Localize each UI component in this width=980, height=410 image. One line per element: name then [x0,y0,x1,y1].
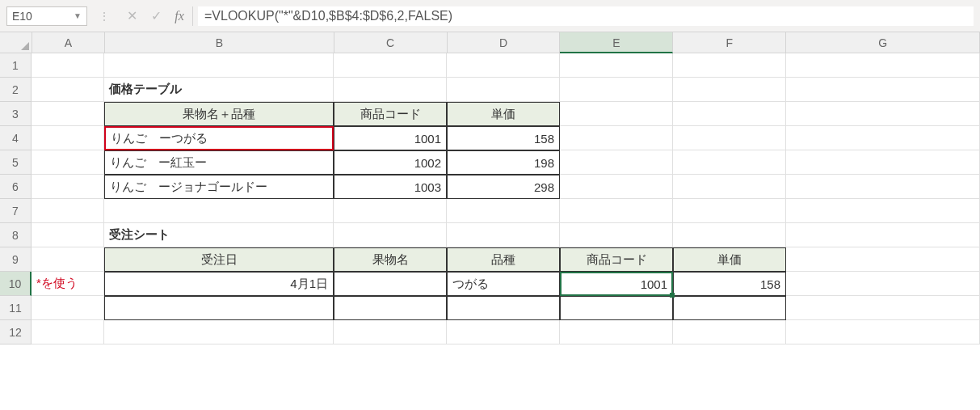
cell-F2[interactable] [673,78,786,102]
cell-B8[interactable]: 受注シート [104,223,334,247]
cells-area[interactable]: 価格テーブル 果物名＋品種 商品コード 単価 りんご ーつがる [32,53,980,344]
cell-G8[interactable] [786,223,980,247]
cell-B1[interactable] [104,53,334,78]
cell-E5[interactable] [560,150,673,175]
cell-B6[interactable]: りんご ージョナゴールドー [104,175,334,199]
name-box-dropdown-icon[interactable]: ▼ [74,11,82,20]
cell-B4[interactable]: りんご ーつがる [104,126,334,150]
row-header-8[interactable]: 8 [0,223,32,247]
cell-A8[interactable] [32,223,104,247]
col-header-B[interactable]: B [105,32,334,53]
cell-E11[interactable] [560,296,673,320]
cell-A12[interactable] [32,320,104,344]
cell-D10[interactable]: つがる [447,272,560,296]
row-header-5[interactable]: 5 [0,150,32,175]
col-header-E[interactable]: E [560,32,673,53]
expand-button[interactable]: ⋮ [87,10,120,23]
name-box[interactable]: E10 ▼ [6,6,87,26]
cell-D11[interactable] [447,296,560,320]
cell-G2[interactable] [786,78,980,102]
cell-C7[interactable] [334,199,447,223]
cell-A2[interactable] [32,78,104,102]
row-header-4[interactable]: 4 [0,126,32,150]
cell-C12[interactable] [334,320,447,344]
formula-input[interactable] [198,6,974,26]
cell-C4[interactable]: 1001 [334,126,447,150]
cell-G3[interactable] [786,102,980,126]
cell-F3[interactable] [673,102,786,126]
cell-B7[interactable] [104,199,334,223]
cell-F4[interactable] [673,126,786,150]
row-header-9[interactable]: 9 [0,247,32,272]
cell-E3[interactable] [560,102,673,126]
cell-E6[interactable] [560,175,673,199]
cell-E1[interactable] [560,53,673,78]
cell-D6[interactable]: 298 [447,175,560,199]
cell-A10[interactable]: *を使う [32,272,104,296]
cell-E2[interactable] [560,78,673,102]
cell-F10[interactable]: 158 [673,272,786,296]
cell-G12[interactable] [786,320,980,344]
col-header-C[interactable]: C [334,32,448,53]
cell-D2[interactable] [447,78,560,102]
cell-C2[interactable] [334,78,447,102]
cell-B12[interactable] [104,320,334,344]
col-header-F[interactable]: F [673,32,786,53]
cell-G6[interactable] [786,175,980,199]
cell-F6[interactable] [673,175,786,199]
cell-B10[interactable]: 4月1日 [104,272,334,296]
cell-D4[interactable]: 158 [447,126,560,150]
cell-A9[interactable] [32,247,104,272]
table1-header-code[interactable]: 商品コード [334,102,447,126]
cell-E12[interactable] [560,320,673,344]
col-header-G[interactable]: G [786,32,980,53]
row-header-12[interactable]: 12 [0,320,32,344]
cell-D8[interactable] [447,223,560,247]
cell-C6[interactable]: 1003 [334,175,447,199]
row-header-2[interactable]: 2 [0,78,32,102]
col-header-D[interactable]: D [448,32,561,53]
cell-F8[interactable] [673,223,786,247]
cell-E4[interactable] [560,126,673,150]
cell-G5[interactable] [786,150,980,175]
cell-E8[interactable] [560,223,673,247]
table2-header-price[interactable]: 単価 [673,247,786,272]
cell-D12[interactable] [447,320,560,344]
row-header-3[interactable]: 3 [0,102,32,126]
cell-B11[interactable] [104,296,334,320]
cell-F1[interactable] [673,53,786,78]
row-header-1[interactable]: 1 [0,53,32,78]
cell-A5[interactable] [32,150,104,175]
col-header-A[interactable]: A [32,32,105,53]
cell-C10[interactable] [334,272,447,296]
cell-G10[interactable] [786,272,980,296]
cell-F7[interactable] [673,199,786,223]
table1-header-price[interactable]: 単価 [447,102,560,126]
cell-A1[interactable] [32,53,104,78]
cell-D7[interactable] [447,199,560,223]
table1-header-name[interactable]: 果物名＋品種 [104,102,334,126]
cell-A3[interactable] [32,102,104,126]
row-header-11[interactable]: 11 [0,296,32,320]
cell-F5[interactable] [673,150,786,175]
confirm-icon[interactable]: ✓ [144,8,168,23]
cell-A6[interactable] [32,175,104,199]
cell-F11[interactable] [673,296,786,320]
cell-G1[interactable] [786,53,980,78]
table2-header-date[interactable]: 受注日 [104,247,334,272]
table2-header-code[interactable]: 商品コード [560,247,673,272]
cell-C8[interactable] [334,223,447,247]
cell-D5[interactable]: 198 [447,150,560,175]
cancel-icon[interactable]: ✕ [120,8,144,23]
cell-E7[interactable] [560,199,673,223]
cell-G7[interactable] [786,199,980,223]
cell-G9[interactable] [786,247,980,272]
table2-header-variety[interactable]: 品種 [447,247,560,272]
cell-A11[interactable] [32,296,104,320]
cell-C5[interactable]: 1002 [334,150,447,175]
select-all-corner[interactable] [0,32,32,53]
cell-B2[interactable]: 価格テーブル [104,78,334,102]
cell-G11[interactable] [786,296,980,320]
cell-F12[interactable] [673,320,786,344]
cell-A7[interactable] [32,199,104,223]
